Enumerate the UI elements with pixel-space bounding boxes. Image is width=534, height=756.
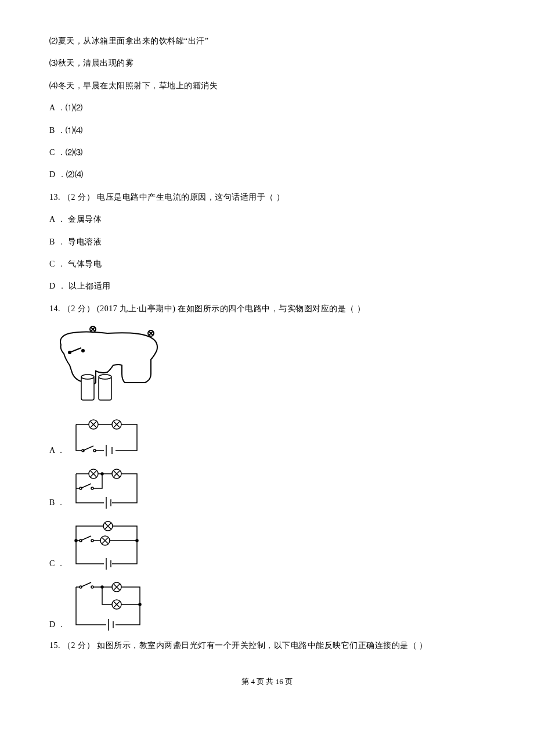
svg-line-41 (81, 536, 91, 541)
page-footer: 第 4 页 共 16 页 (49, 676, 485, 688)
statement-4: ⑷冬天，早晨在太阳照射下，草地上的霜消失 (49, 80, 485, 92)
svg-point-30 (101, 473, 103, 475)
svg-point-7 (81, 375, 94, 379)
svg-rect-6 (81, 377, 94, 400)
option-c-12: C ．⑵⑶ (49, 146, 485, 159)
circuit-diagram-b (70, 465, 146, 512)
option-d-12: D ．⑵⑷ (49, 168, 485, 181)
circuit-diagram-d (70, 578, 149, 633)
q14-option-a-label: A ． (49, 444, 66, 459)
q14-option-d-row: D ． (49, 578, 485, 633)
svg-point-55 (101, 586, 103, 588)
q15-stem: 15. （2 分） 如图所示，教室内两盏日光灯有一个开关控制，以下电路中能反映它… (49, 639, 485, 652)
statement-2: ⑵夏天，从冰箱里面拿出来的饮料罐“出汗” (49, 35, 485, 48)
q13-option-c: C ． 气体导电 (49, 258, 485, 271)
svg-point-56 (139, 603, 141, 606)
circuit-diagram-c (70, 517, 146, 573)
svg-line-51 (81, 582, 91, 587)
q14-option-c-row: C ． (49, 517, 485, 573)
svg-line-11 (70, 348, 81, 352)
q13-stem: 13. （2 分） 电压是电路中产生电流的原因，这句话适用于（ ） (49, 191, 485, 204)
q14-option-a-row: A ． (49, 416, 485, 459)
q14-option-b-label: B ． (49, 496, 66, 512)
svg-point-46 (136, 539, 138, 542)
svg-line-33 (81, 484, 91, 488)
svg-point-12 (82, 350, 84, 352)
q13-option-b: B ． 导电溶液 (49, 236, 485, 249)
svg-line-21 (83, 446, 93, 451)
q14-stem: 14. （2 分） (2017 九上·山亭期中) 在如图所示的四个电路中，与实物… (49, 303, 485, 315)
svg-point-32 (91, 487, 93, 489)
physical-circuit-diagram (49, 325, 485, 410)
statement-3: ⑶秋天，清晨出现的雾 (49, 57, 485, 70)
svg-rect-8 (99, 377, 111, 400)
q13-option-d: D ． 以上都适用 (49, 280, 485, 293)
svg-point-9 (99, 375, 111, 379)
option-b-12: B ．⑴⑷ (49, 124, 485, 137)
q13-option-a: A ． 金属导体 (49, 213, 485, 226)
svg-point-20 (93, 449, 96, 452)
svg-point-50 (91, 586, 93, 588)
q14-option-b-row: B ． (49, 465, 485, 512)
svg-point-45 (75, 539, 77, 542)
svg-point-40 (91, 539, 93, 542)
q14-option-c-label: C ． (49, 557, 66, 573)
option-a-12: A ．⑴⑵ (49, 102, 485, 114)
q14-option-d-label: D ． (49, 618, 66, 633)
circuit-diagram-a (70, 416, 146, 459)
